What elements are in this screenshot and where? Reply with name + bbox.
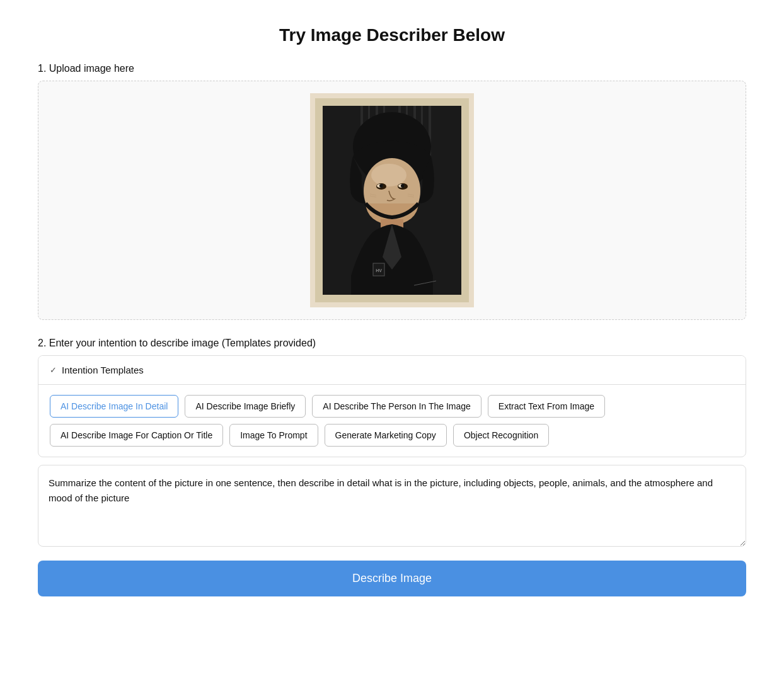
template-btn-extract[interactable]: Extract Text From Image [488,395,605,418]
template-btn-marketing[interactable]: Generate Marketing Copy [325,424,447,447]
svg-point-14 [371,164,406,186]
template-btn-briefly[interactable]: AI Describe Image Briefly [185,395,306,418]
template-btn-detail[interactable]: AI Describe Image In Detail [50,395,178,418]
describe-image-button[interactable]: Describe Image [38,561,746,596]
templates-header-label: Intention Templates [62,365,144,375]
templates-box: ✓ Intention Templates AI Describe Image … [38,355,746,457]
intention-step-label: 2. Enter your intention to describe imag… [38,338,746,349]
upload-step-label: 1. Upload image here [38,63,746,74]
uploaded-image: HV [310,93,474,307]
templates-buttons-container: AI Describe Image In DetailAI Describe I… [38,385,746,457]
upload-area[interactable]: HV [38,81,746,320]
svg-point-19 [379,184,383,188]
svg-point-20 [401,184,405,188]
templates-header-toggle[interactable]: ✓ Intention Templates [38,356,746,385]
intention-textarea[interactable] [38,465,746,547]
template-btn-caption[interactable]: AI Describe Image For Caption Or Title [50,424,223,447]
page-title: Try Image Describer Below [38,25,746,45]
chevron-down-icon: ✓ [50,365,57,375]
svg-text:HV: HV [376,268,382,273]
template-btn-person[interactable]: AI Describe The Person In The Image [312,395,481,418]
template-btn-object[interactable]: Object Recognition [453,424,549,447]
template-btn-prompt[interactable]: Image To Prompt [229,424,318,447]
